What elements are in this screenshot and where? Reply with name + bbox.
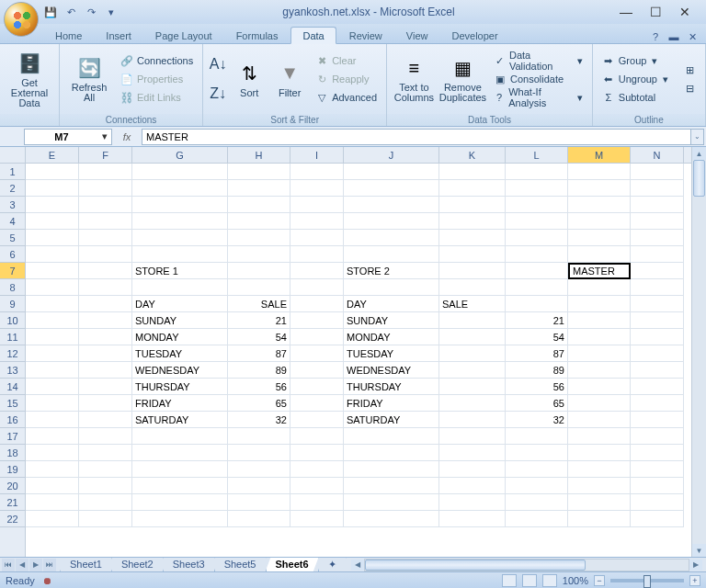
cell-H17[interactable] (228, 428, 290, 445)
qat-undo-icon[interactable]: ↶ (63, 4, 79, 20)
cell-G9[interactable]: DAY (132, 296, 228, 312)
cell-I16[interactable] (290, 412, 344, 428)
page-break-view-button[interactable] (542, 574, 557, 587)
ribbon-tab-insert[interactable]: Insert (95, 28, 142, 43)
cell-I12[interactable] (290, 345, 344, 362)
cell-F6[interactable] (79, 246, 132, 263)
cell-E16[interactable] (26, 412, 79, 428)
cell-L10[interactable]: 21 (506, 312, 568, 329)
cell-K5[interactable] (439, 230, 506, 246)
whatif-analysis-button[interactable]: ?What-If Analysis▾ (490, 88, 586, 107)
cell-E3[interactable] (26, 197, 79, 213)
cell-N13[interactable] (631, 362, 684, 379)
cell-J12[interactable]: TUESDAY (344, 345, 439, 362)
cell-H14[interactable]: 56 (228, 379, 290, 395)
cell-L13[interactable]: 89 (506, 362, 568, 379)
cell-F12[interactable] (79, 345, 132, 362)
cell-N3[interactable] (631, 197, 684, 213)
cell-M1[interactable] (568, 164, 631, 180)
cell-I10[interactable] (290, 312, 344, 329)
cell-I9[interactable] (290, 296, 344, 312)
edit-links-button[interactable]: ⛓️Edit Links (117, 88, 197, 107)
cell-K16[interactable] (439, 412, 506, 428)
sheet-tab-sheet1[interactable]: Sheet1 (60, 558, 112, 572)
row-header-2[interactable]: 2 (0, 180, 25, 197)
column-header-F[interactable]: F (79, 147, 132, 163)
cell-F16[interactable] (79, 412, 132, 428)
cell-E13[interactable] (26, 362, 79, 379)
cell-L7[interactable] (506, 263, 568, 279)
sheet-tab-sheet2[interactable]: Sheet2 (111, 558, 164, 572)
cell-L21[interactable] (506, 494, 568, 511)
cell-J7[interactable]: STORE 2 (344, 263, 439, 279)
cell-H13[interactable]: 89 (228, 362, 290, 379)
row-header-9[interactable]: 9 (0, 296, 25, 312)
cell-H3[interactable] (228, 197, 290, 213)
cell-J8[interactable] (344, 279, 439, 296)
qat-customize-icon[interactable]: ▾ (103, 4, 120, 20)
cell-G20[interactable] (132, 478, 228, 494)
group-button[interactable]: ➡Group▾ (598, 51, 672, 70)
cell-K18[interactable] (439, 445, 506, 461)
cell-I8[interactable] (290, 279, 344, 296)
row-header-11[interactable]: 11 (0, 329, 25, 345)
ribbon-tab-page-layout[interactable]: Page Layout (144, 28, 223, 43)
cell-G22[interactable] (132, 511, 228, 527)
hscroll-thumb[interactable] (365, 560, 586, 571)
cell-F22[interactable] (79, 511, 132, 527)
cell-F1[interactable] (79, 164, 132, 180)
cell-F18[interactable] (79, 445, 132, 461)
office-button[interactable] (4, 2, 39, 37)
cell-K22[interactable] (439, 511, 506, 527)
cell-M18[interactable] (568, 445, 631, 461)
cell-J11[interactable]: MONDAY (344, 329, 439, 345)
subtotal-button[interactable]: ΣSubtotal (598, 88, 672, 107)
cell-E22[interactable] (26, 511, 79, 527)
cell-K10[interactable] (439, 312, 506, 329)
first-sheet-button[interactable]: ⏮ (2, 559, 15, 571)
cell-G6[interactable] (132, 246, 228, 263)
cell-J21[interactable] (344, 494, 439, 511)
cell-I20[interactable] (290, 478, 344, 494)
ungroup-button[interactable]: ⬅Ungroup▾ (598, 70, 672, 88)
cell-M4[interactable] (568, 213, 631, 230)
row-header-4[interactable]: 4 (0, 213, 25, 230)
row-header-7[interactable]: 7 (0, 263, 25, 279)
cell-M9[interactable] (568, 296, 631, 312)
cell-N14[interactable] (631, 379, 684, 395)
row-header-20[interactable]: 20 (0, 478, 25, 494)
cell-M14[interactable] (568, 379, 631, 395)
sheet-tab-sheet6[interactable]: Sheet6 (266, 558, 319, 572)
cell-J22[interactable] (344, 511, 439, 527)
cell-E11[interactable] (26, 329, 79, 345)
row-header-5[interactable]: 5 (0, 230, 25, 246)
cell-N4[interactable] (631, 213, 684, 230)
cell-K13[interactable] (439, 362, 506, 379)
filter-button[interactable]: ▼ Filter (271, 49, 308, 109)
row-header-10[interactable]: 10 (0, 312, 25, 329)
cell-I1[interactable] (290, 164, 344, 180)
horizontal-scrollbar[interactable]: ◀ ▶ (364, 559, 689, 571)
cell-N20[interactable] (631, 478, 684, 494)
cell-F11[interactable] (79, 329, 132, 345)
properties-button[interactable]: 📄Properties (117, 70, 197, 88)
row-header-15[interactable]: 15 (0, 395, 25, 412)
cell-N10[interactable] (631, 312, 684, 329)
cell-I19[interactable] (290, 461, 344, 478)
qat-redo-icon[interactable]: ↷ (83, 4, 99, 20)
cell-E6[interactable] (26, 246, 79, 263)
sort-button[interactable]: ⇅ Sort (231, 49, 268, 109)
cell-E12[interactable] (26, 345, 79, 362)
cell-J15[interactable]: FRIDAY (344, 395, 439, 412)
cell-I14[interactable] (290, 379, 344, 395)
cell-N1[interactable] (631, 164, 684, 180)
cell-L15[interactable]: 65 (506, 395, 568, 412)
zoom-level[interactable]: 100% (563, 575, 588, 586)
macro-record-icon[interactable]: ⏺ (42, 575, 52, 586)
new-sheet-button[interactable]: ✦ (318, 558, 347, 572)
cell-E8[interactable] (26, 279, 79, 296)
column-header-H[interactable]: H (228, 147, 290, 163)
cell-H22[interactable] (228, 511, 290, 527)
cell-J3[interactable] (344, 197, 439, 213)
cell-K12[interactable] (439, 345, 506, 362)
